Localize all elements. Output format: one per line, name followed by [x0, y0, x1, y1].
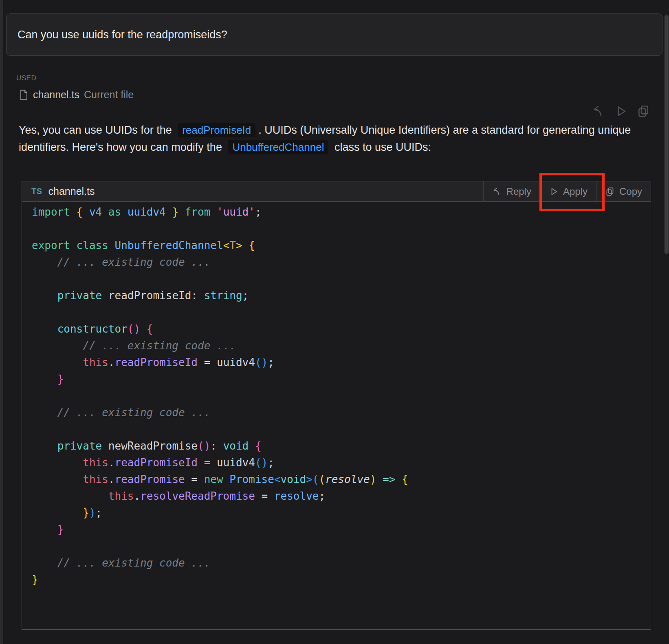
code-body: import { v4 as uuidv4 } from 'uuid'; exp… [22, 202, 651, 629]
copy-button-label: Copy [619, 186, 642, 197]
code-line: this.readPromise = new Promise<void>((re… [32, 471, 651, 488]
copy-icon [636, 104, 650, 118]
code-line: export class UnbufferedChannel<T> { [32, 237, 651, 254]
context-file-name: channel.ts [33, 89, 79, 101]
apply-button[interactable]: Apply [540, 181, 596, 201]
code-line [32, 538, 651, 555]
document-icon [19, 89, 29, 101]
code-line: // ... existing code ... [32, 337, 651, 354]
reply-icon [592, 104, 605, 118]
message-actions [591, 104, 651, 119]
copy-icon-button[interactable] [636, 104, 651, 119]
reply-button[interactable]: Reply [483, 181, 540, 201]
context-file-item[interactable]: channel.ts Current file [19, 89, 134, 101]
code-header-left: TS channel.ts [22, 185, 483, 197]
code-line: import { v4 as uuidv4 } from 'uuid'; [32, 204, 651, 221]
reply-icon-button[interactable] [591, 104, 606, 119]
code-line: // ... existing code ... [32, 254, 651, 271]
code-filename: channel.ts [48, 185, 95, 197]
code-line: }); [32, 505, 651, 521]
code-line: this.readPromiseId = uuidv4(); [32, 354, 651, 371]
play-icon [614, 104, 628, 118]
code-line [32, 388, 651, 404]
code-line: // ... existing code ... [32, 555, 651, 571]
code-line: } [32, 521, 651, 538]
code-block-buttons: ReplyApplyCopy [483, 181, 651, 201]
answer-text-segment: class to use UUIDs: [331, 141, 431, 153]
code-line: private readPromiseId: string; [32, 287, 651, 304]
code-line: this.readPromiseId = uuidv4(); [32, 454, 651, 471]
code-line: private newReadPromise(): void { [32, 438, 651, 454]
language-badge: TS [31, 187, 42, 196]
context-file-status: Current file [84, 89, 134, 101]
code-line: } [32, 571, 651, 588]
code-line: // ... existing code ... [32, 404, 651, 421]
used-label: USED [16, 74, 36, 82]
code-line [32, 304, 651, 321]
panel-left-edge [0, 0, 3, 644]
copy-button[interactable]: Copy [596, 181, 651, 201]
scrollbar-thumb[interactable] [665, 15, 669, 254]
code-line: this.resolveReadPromise = resolve; [32, 488, 651, 505]
code-line [32, 421, 651, 438]
code-line [32, 221, 651, 237]
inline-code-pill: UnbufferedChannel [228, 140, 328, 154]
copy-icon [605, 187, 615, 196]
code-line: constructor() { [32, 321, 651, 337]
user-question-text: Can you use uuids for the readpromiseids… [18, 29, 227, 41]
play-icon-button[interactable] [613, 104, 629, 119]
apply-button-label: Apply [563, 186, 588, 197]
code-block: TS channel.ts ReplyApplyCopy import { v4… [22, 181, 651, 630]
answer-paragraph: Yes, you can use UUIDs for the readPromi… [19, 121, 632, 156]
code-block-header: TS channel.ts ReplyApplyCopy [22, 181, 651, 202]
user-question-card[interactable]: Can you use uuids for the readpromiseids… [6, 13, 662, 56]
inline-code-pill: readPromiseId [178, 123, 255, 137]
reply-button-label: Reply [506, 186, 531, 197]
code-line [32, 271, 651, 287]
reply-icon [492, 187, 502, 196]
chat-panel: Can you use uuids for the readpromiseids… [0, 0, 669, 644]
play-icon [549, 187, 559, 196]
code-line: } [32, 371, 651, 388]
answer-text-segment: Yes, you can use UUIDs for the [19, 124, 175, 136]
